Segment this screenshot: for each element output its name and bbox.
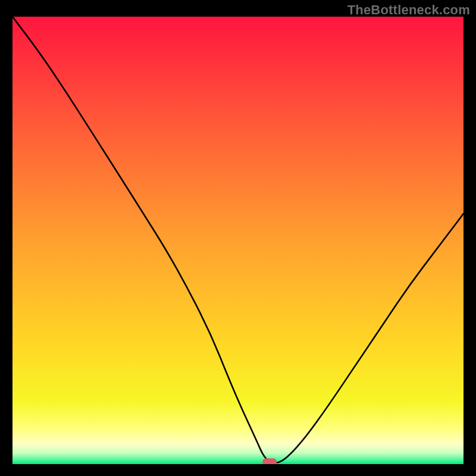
plot-background (12, 17, 464, 464)
chart-frame: TheBottleneck.com (0, 0, 476, 476)
bottleneck-chart (12, 17, 464, 464)
watermark-text: TheBottleneck.com (347, 2, 470, 18)
optimum-marker (262, 458, 277, 464)
